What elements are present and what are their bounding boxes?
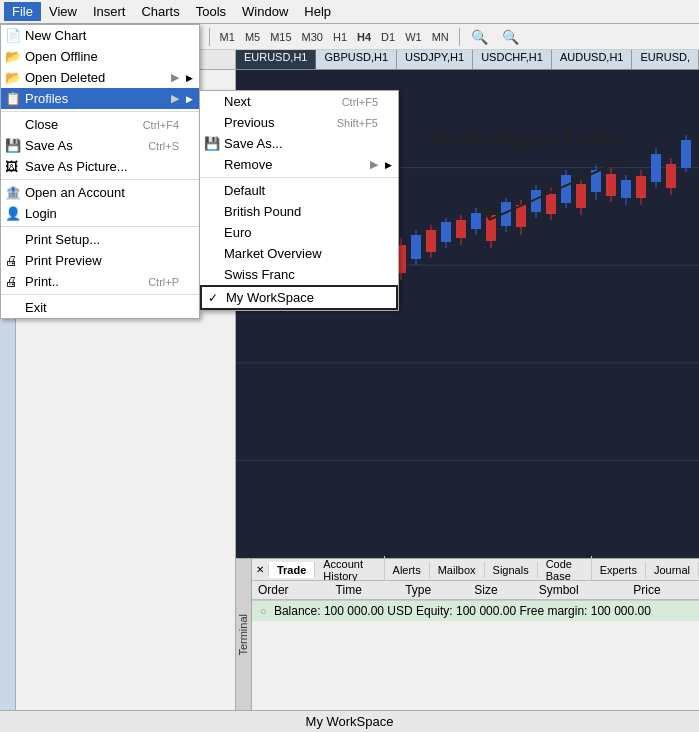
menu-item-default[interactable]: Default [200,180,398,201]
tf-d1[interactable]: D1 [377,30,399,44]
tf-m5[interactable]: M5 [241,30,264,44]
menu-item-market-overview[interactable]: Market Overview [200,243,398,264]
toolbar-separator-2 [209,28,210,46]
chart-tab-eurusd[interactable]: EURUSD, [632,50,699,69]
tf-m30[interactable]: M30 [298,30,327,44]
menu-item-save-as[interactable]: 💾 Save As Ctrl+S [1,135,199,156]
profiles-menu: Next Ctrl+F5 Previous Shift+F5 💾 Save As… [199,90,399,311]
status-bar: My WorkSpace [0,710,699,732]
login-icon: 👤 [5,206,21,221]
print-icon: 🖨 [5,274,18,289]
menu-item-print-preview[interactable]: 🖨 Print Preview [1,250,199,271]
terminal-label[interactable]: Terminal [236,559,252,710]
tab-mailbox[interactable]: Mailbox [430,562,485,578]
terminal-tabs-bar: ✕ Trade Account History Alerts Mailbox S… [252,559,699,581]
menu-item-profiles[interactable]: 📋 Profiles ▶ [1,88,199,109]
annotation-text: My WorkSpace Profile [430,130,619,151]
annotation-arrow [439,150,639,230]
col-symbol[interactable]: Symbol [533,581,628,600]
tab-trade[interactable]: Trade [269,562,315,578]
menu-item-my-workspace[interactable]: ✓ My WorkSpace [200,285,398,310]
col-time[interactable]: Time [330,581,400,600]
zoom-in-button[interactable]: 🔍 [466,27,493,47]
separator-2 [1,179,199,180]
tf-h1[interactable]: H1 [329,30,351,44]
svg-rect-27 [411,235,421,259]
menu-item-british-pound[interactable]: British Pound [200,201,398,222]
toolbar-separator-3 [459,28,460,46]
tab-journal[interactable]: Journal [646,562,699,578]
tf-h4[interactable]: H4 [353,30,375,44]
menu-view[interactable]: View [41,2,85,21]
menu-item-remove[interactable]: Remove ▶ [200,154,398,175]
col-size[interactable]: Size [468,581,532,600]
menu-item-open-offline[interactable]: 📂 Open Offline [1,46,199,67]
menu-file[interactable]: File [4,2,41,21]
profiles-icon: 📋 [5,91,21,106]
open-offline-icon: 📂 [5,49,21,64]
menu-item-print-setup[interactable]: Print Setup... [1,229,199,250]
svg-line-64 [489,155,634,220]
print-preview-icon: 🖨 [5,253,18,268]
menu-item-close[interactable]: Close Ctrl+F4 [1,114,199,135]
svg-rect-63 [681,140,691,168]
menu-window[interactable]: Window [234,2,296,21]
open-deleted-icon: 📂 [5,70,21,85]
menu-tools[interactable]: Tools [188,2,234,21]
zoom-out-button[interactable]: 🔍 [497,27,524,47]
separator-3 [1,226,199,227]
menu-item-save-picture[interactable]: 🖼 Save As Picture... [1,156,199,177]
save-picture-icon: 🖼 [5,159,18,174]
separator-1 [1,111,199,112]
menu-item-print[interactable]: 🖨 Print.. Ctrl+P [1,271,199,292]
tf-mn[interactable]: MN [428,30,453,44]
menu-item-login[interactable]: 👤 Login [1,203,199,224]
profiles-separator [200,177,398,178]
menu-item-exit[interactable]: Exit [1,297,199,318]
checkmark-icon: ✓ [208,291,218,305]
separator-4 [1,294,199,295]
tab-signals[interactable]: Signals [485,562,538,578]
menu-help[interactable]: Help [296,2,339,21]
menu-item-next[interactable]: Next Ctrl+F5 [200,91,398,112]
terminal-close-btn[interactable]: ✕ [252,564,269,575]
col-order[interactable]: Order [252,581,330,600]
chart-tab-audusd-h1[interactable]: AUDUSD,H1 [552,50,633,69]
balance-row: ○ Balance: 100 000.00 USD Equity: 100 00… [252,600,699,621]
chart-tabs-bar: EURUSD,H1 GBPUSD,H1 USDJPY,H1 USDCHF,H1 … [236,50,699,70]
menu-insert[interactable]: Insert [85,2,134,21]
tf-m15[interactable]: M15 [266,30,295,44]
save-icon: 💾 [5,138,21,153]
menu-item-open-account[interactable]: 🏦 Open an Account [1,182,199,203]
chart-tab-eurusd-h1[interactable]: EURUSD,H1 [236,50,317,69]
menu-item-save-as-profile[interactable]: 💾 Save As... [200,133,398,154]
tab-code-base[interactable]: Code Base [538,556,592,584]
new-chart-icon: 📄 [5,28,21,43]
account-icon: 🏦 [5,185,21,200]
tf-w1[interactable]: W1 [401,30,426,44]
terminal-area: Terminal ✕ Trade Account History Alerts … [236,558,699,710]
menu-item-new-chart[interactable]: 📄 New Chart [1,25,199,46]
chart-tab-usdjpy-h1[interactable]: USDJPY,H1 [397,50,473,69]
save-profile-icon: 💾 [204,136,220,151]
tab-experts[interactable]: Experts [592,562,646,578]
chart-tab-usdchf-h1[interactable]: USDCHF,H1 [473,50,552,69]
svg-rect-61 [666,164,676,188]
menu-item-euro[interactable]: Euro [200,222,398,243]
svg-rect-29 [426,230,436,252]
menu-item-previous[interactable]: Previous Shift+F5 [200,112,398,133]
file-menu: 📄 New Chart 📂 Open Offline 📂 Open Delete… [0,24,200,319]
menu-item-open-deleted[interactable]: 📂 Open Deleted ▶ [1,67,199,88]
tab-account-history[interactable]: Account History [315,556,384,584]
menu-item-swiss-franc[interactable]: Swiss Franc [200,264,398,285]
menubar: File View Insert Charts Tools Window Hel… [0,0,699,24]
menu-charts[interactable]: Charts [133,2,187,21]
tab-alerts[interactable]: Alerts [385,562,430,578]
svg-rect-59 [651,154,661,182]
col-price[interactable]: Price [627,581,699,600]
order-table: Order Time Type Size Symbol Price [252,581,699,600]
chart-tab-gbpusd-h1[interactable]: GBPUSD,H1 [316,50,397,69]
col-type[interactable]: Type [399,581,468,600]
tf-m1[interactable]: M1 [216,30,239,44]
